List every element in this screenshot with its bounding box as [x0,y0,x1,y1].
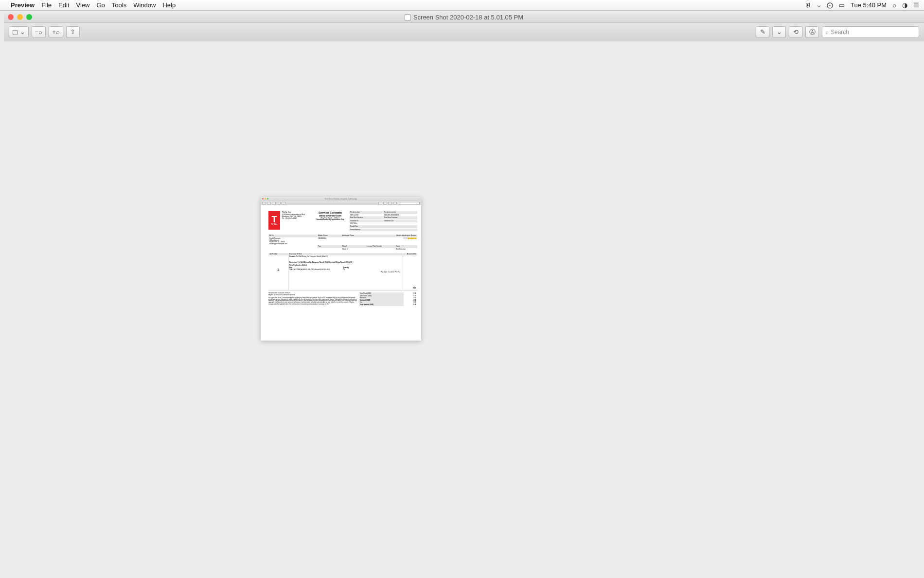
siri-icon[interactable]: ◑ [902,1,907,9]
menu-view[interactable]: View [76,1,90,9]
promised-label: Date/Time Promised [383,217,417,220]
document-canvas[interactable]: Tesla Service Estimate_encrypted_-2.pdf … [4,41,924,578]
spotlight-icon[interactable]: ⌕ [892,1,896,9]
received-label: Date/Time Received [349,217,383,220]
preview-window: Screen Shot 2020-02-18 at 5.01.05 PM ▢ ⌄… [4,12,924,578]
totals-table: Total Parts (USD)0.00 Total Labor (USD)0… [359,292,417,306]
part-value: TLA,CAR COMP,NA,HW3.0,M3 -PROV Retrofit(… [289,269,338,271]
company-phone: Ph. (704) 845-0080 [282,217,311,219]
paytype-amount: 0.00 [413,288,416,289]
vin-val: 5YJ3E😊😶😐😊😶😊 [395,237,417,245]
company-block: Tesla, Inc. 9140 East Independence Blvd … [282,211,311,232]
battery-icon[interactable]: ▭ [839,1,845,9]
total-amount-label: Total Amount (USD) [359,304,404,306]
tesla-logo: TT E S L A [268,211,280,230]
nested-close-icon [262,198,264,199]
total-amount-value: 0.00 [404,304,417,306]
preview-toolbar: ▢ ⌄ −⌕ +⌕ ⇧ ✎ ⌄ ⟲ Ⓐ ⌕ Search [4,23,924,41]
colour-val: Red Multi-Coat [395,248,417,251]
nested-titlebar: Tesla Service Estimate_encrypted_-2.pdf … [261,197,421,201]
ready-label: Ready Date [349,225,417,229]
sidebar-toggle-button[interactable]: ▢ ⌄ [9,26,29,38]
paytype-label: Pay Type : Customer Pre-Pay [381,271,400,273]
markup-dropdown-button[interactable]: ⌄ [772,26,786,38]
rotate-button[interactable]: ⟲ [789,26,802,38]
nested-toolbar [261,201,421,205]
share-button[interactable]: ⇧ [66,26,80,38]
parts-label: Parts Replaced or Added [289,265,402,267]
menu-window[interactable]: Window [133,1,156,9]
shield-icon[interactable]: ⛨ [805,1,811,9]
nested-search [398,202,420,204]
app-name[interactable]: Preview [11,1,35,9]
close-button[interactable] [8,14,14,20]
parts-note: All parts are new unless otherwise speci… [268,294,357,296]
disclaimer: You agree that: Tesla is not responsible… [268,297,357,305]
proforma-grid: Pro-forma date Pro-forma number 18-Feb-2… [349,211,417,232]
window-title: Screen Shot 2020-02-18 at 5.01.05 PM [413,14,523,21]
job-number: 1 [268,255,288,290]
zoom-button[interactable] [26,14,32,20]
zoom-out-button[interactable]: −⌕ [32,26,46,38]
correction-text: Full Self-Driving Car Computer Retrofit … [298,261,352,263]
menu-tools[interactable]: Tools [112,1,126,9]
concern-label: Concern: [289,255,296,257]
hours-line2: Saturday/Sunday: By Appointment Only [313,219,347,221]
advisor-label: Service Advisor [349,229,417,232]
zoom-in-button[interactable]: +⌕ [49,26,63,38]
concern-text: Full Self-Driving Car Computer Retrofit … [296,255,328,257]
wifi-icon[interactable]: ⨀ [827,1,833,9]
menu-go[interactable]: Go [96,1,105,9]
menu-help[interactable]: Help [162,1,176,9]
tesla-service-estimate-document: TT E S L A Tesla, Inc. 9140 East Indepen… [266,209,420,308]
highlight-button[interactable]: Ⓐ [805,26,819,38]
bluetooth-icon[interactable]: ⌵ [817,1,821,9]
nested-minimize-icon [265,198,266,199]
traffic-lights [8,14,32,20]
model-val: Model 3 [341,248,366,251]
notifications-icon[interactable]: ☰ [913,1,919,9]
nested-screenshot: Tesla Service Estimate_encrypted_-2.pdf … [261,197,421,341]
nested-title: Tesla Service Estimate_encrypted_-2.pdf … [325,198,357,200]
search-field[interactable]: ⌕ Search [822,26,919,38]
markup-button[interactable]: ✎ [756,26,769,38]
document-title: Service Estimate [313,211,347,215]
mac-menubar: Preview File Edit View Go Tools Window H… [0,0,924,11]
search-icon: ⌕ [825,29,829,36]
clock[interactable]: Tue 5:40 PM [851,1,887,9]
window-titlebar: Screen Shot 2020-02-18 at 5.01.05 PM [4,12,924,23]
menu-file[interactable]: File [41,1,52,9]
correction-label: Correction: [289,261,297,263]
search-placeholder: Search [831,29,849,36]
mobile-val: 3304088954 [317,237,341,245]
qty-value: 1.0 [343,269,345,271]
menu-edit[interactable]: Edit [58,1,69,9]
document-icon [405,14,410,21]
minimize-button[interactable] [17,14,23,20]
odoout-label: Odometer Out [383,220,417,223]
bill-email: mylaferg@embarqmail.com [269,243,316,245]
nested-zoom-icon [267,198,268,199]
